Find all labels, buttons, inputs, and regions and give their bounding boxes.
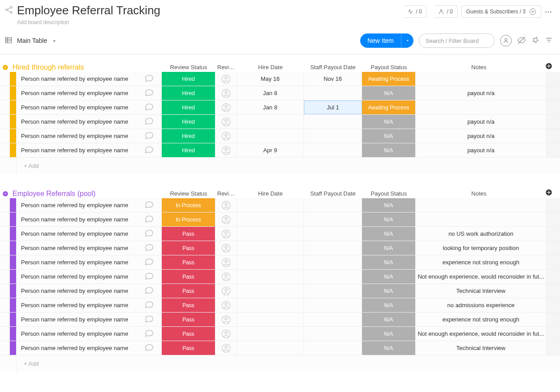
payout-date-cell[interactable] bbox=[304, 255, 362, 269]
review-status-cell[interactable]: Pass bbox=[162, 327, 215, 341]
payout-status-cell[interactable]: N/A bbox=[362, 284, 416, 298]
review-status-cell[interactable]: Pass bbox=[162, 298, 215, 312]
table-row[interactable]: Person name referred by employee name In… bbox=[0, 213, 560, 227]
reviewer-cell[interactable] bbox=[215, 255, 237, 269]
payout-status-cell[interactable]: N/A bbox=[362, 255, 416, 269]
item-name-cell[interactable]: Person name referred by employee name bbox=[16, 241, 162, 255]
payout-status-cell[interactable]: N/A bbox=[362, 341, 416, 355]
notes-cell[interactable]: experience not strong enough bbox=[416, 313, 547, 326]
item-name-cell[interactable]: Person name referred by employee name bbox=[16, 327, 162, 341]
reviewer-cell[interactable] bbox=[215, 270, 237, 284]
reviewer-cell[interactable] bbox=[215, 100, 237, 114]
chat-icon[interactable] bbox=[144, 271, 154, 282]
notes-cell[interactable]: payout n/a bbox=[416, 129, 547, 143]
chat-icon[interactable] bbox=[144, 145, 154, 156]
notes-cell[interactable] bbox=[416, 198, 547, 212]
reviewer-cell[interactable] bbox=[215, 327, 237, 341]
hide-columns-icon[interactable] bbox=[517, 36, 526, 46]
payout-date-cell[interactable]: Jul 1 bbox=[304, 100, 362, 114]
table-row[interactable]: Person name referred by employee name Pa… bbox=[0, 313, 560, 327]
payout-date-cell[interactable] bbox=[304, 270, 362, 284]
payout-status-cell[interactable]: N/A bbox=[362, 327, 416, 341]
col-payout-date[interactable]: Staff Payout Date bbox=[304, 190, 362, 197]
table-row[interactable]: Person name referred by employee name Pa… bbox=[0, 227, 560, 241]
chat-icon[interactable] bbox=[144, 214, 154, 225]
hire-date-cell[interactable] bbox=[237, 213, 304, 226]
chat-icon[interactable] bbox=[144, 102, 154, 113]
hire-date-cell[interactable]: Jan 8 bbox=[237, 100, 304, 114]
review-status-cell[interactable]: In Process bbox=[162, 213, 215, 226]
review-status-cell[interactable]: Pass bbox=[162, 284, 215, 298]
add-row[interactable]: + Add bbox=[0, 355, 560, 371]
hire-date-cell[interactable] bbox=[237, 327, 304, 341]
payout-date-cell[interactable] bbox=[304, 341, 362, 355]
chat-icon[interactable] bbox=[144, 300, 154, 311]
chat-icon[interactable] bbox=[144, 130, 154, 142]
collapse-icon[interactable] bbox=[2, 190, 9, 197]
hire-date-cell[interactable] bbox=[237, 115, 304, 129]
payout-status-cell[interactable]: N/A bbox=[362, 115, 416, 129]
hire-date-cell[interactable] bbox=[237, 129, 304, 143]
review-status-cell[interactable]: In Process bbox=[162, 198, 215, 212]
notes-cell[interactable]: payout n/a bbox=[416, 115, 547, 129]
review-status-cell[interactable]: Pass bbox=[162, 255, 215, 269]
collapse-icon[interactable] bbox=[2, 64, 9, 71]
group-title[interactable]: Hired through referrals bbox=[13, 63, 84, 71]
reviewer-cell[interactable] bbox=[215, 143, 237, 157]
group-title-cell[interactable]: Hired through referrals bbox=[0, 63, 162, 71]
table-row[interactable]: Person name referred by employee name Hi… bbox=[0, 115, 560, 129]
payout-date-cell[interactable] bbox=[304, 284, 362, 298]
payout-status-cell[interactable]: N/A bbox=[362, 198, 416, 212]
reviewer-cell[interactable] bbox=[215, 213, 237, 226]
col-payout-status[interactable]: Payout Status bbox=[362, 64, 416, 71]
payout-status-cell[interactable]: N/A bbox=[362, 213, 416, 226]
item-name-cell[interactable]: Person name referred by employee name bbox=[16, 270, 162, 284]
chat-icon[interactable] bbox=[144, 342, 154, 354]
search-input[interactable] bbox=[419, 33, 495, 48]
item-name-cell[interactable]: Person name referred by employee name bbox=[16, 313, 162, 326]
col-payout-date[interactable]: Staff Payout Date bbox=[304, 64, 362, 71]
reviewer-cell[interactable] bbox=[215, 129, 237, 143]
col-review-status[interactable]: Review Status bbox=[162, 64, 215, 71]
review-status-cell[interactable]: Hired bbox=[162, 100, 215, 114]
notes-cell[interactable]: Not enough experience, would reconsider … bbox=[416, 270, 547, 284]
review-status-cell[interactable]: Pass bbox=[162, 270, 215, 284]
payout-date-cell[interactable] bbox=[304, 213, 362, 226]
notes-cell[interactable]: no US work authorization bbox=[416, 227, 547, 241]
chat-icon[interactable] bbox=[144, 314, 154, 325]
reviewer-cell[interactable] bbox=[215, 115, 237, 129]
payout-date-cell[interactable] bbox=[304, 198, 362, 212]
table-row[interactable]: Person name referred by employee name Hi… bbox=[0, 129, 560, 143]
item-name-cell[interactable]: Person name referred by employee name bbox=[16, 86, 162, 100]
col-review-status[interactable]: Review Status bbox=[162, 190, 215, 197]
hire-date-cell[interactable]: May 16 bbox=[237, 72, 304, 86]
reviewer-cell[interactable] bbox=[215, 284, 237, 298]
hire-date-cell[interactable] bbox=[237, 241, 304, 255]
table-row[interactable]: Person name referred by employee name Pa… bbox=[0, 341, 560, 355]
group-title[interactable]: Employee Referrals (pool) bbox=[13, 190, 96, 198]
item-name-cell[interactable]: Person name referred by employee name bbox=[16, 284, 162, 298]
table-row[interactable]: Person name referred by employee name Pa… bbox=[0, 327, 560, 341]
payout-status-cell[interactable]: N/A bbox=[362, 241, 416, 255]
chat-icon[interactable] bbox=[144, 200, 154, 211]
table-row[interactable]: Person name referred by employee name Hi… bbox=[0, 72, 560, 86]
notes-cell[interactable] bbox=[416, 72, 547, 86]
item-name-cell[interactable]: Person name referred by employee name bbox=[16, 100, 162, 114]
hire-date-cell[interactable] bbox=[237, 298, 304, 312]
reviewer-cell[interactable] bbox=[215, 341, 237, 355]
reviewer-cell[interactable] bbox=[215, 227, 237, 241]
table-row[interactable]: Person name referred by employee name Pa… bbox=[0, 255, 560, 270]
item-name-cell[interactable]: Person name referred by employee name bbox=[16, 213, 162, 226]
board-title[interactable]: Employee Referral Tracking bbox=[17, 4, 160, 17]
item-name-cell[interactable]: Person name referred by employee name bbox=[16, 198, 162, 212]
hire-date-cell[interactable] bbox=[237, 227, 304, 241]
reviewer-cell[interactable] bbox=[215, 298, 237, 312]
reviewer-cell[interactable] bbox=[215, 198, 237, 212]
subscribers-button[interactable]: Guests & Subscribers / 3 bbox=[461, 5, 541, 18]
payout-status-cell[interactable]: N/A bbox=[362, 129, 416, 143]
chat-icon[interactable] bbox=[144, 88, 154, 99]
table-row[interactable]: Person name referred by employee name Pa… bbox=[0, 284, 560, 298]
hire-date-cell[interactable] bbox=[237, 198, 304, 212]
reviewer-cell[interactable] bbox=[215, 86, 237, 100]
payout-status-cell[interactable]: N/A bbox=[362, 143, 416, 157]
